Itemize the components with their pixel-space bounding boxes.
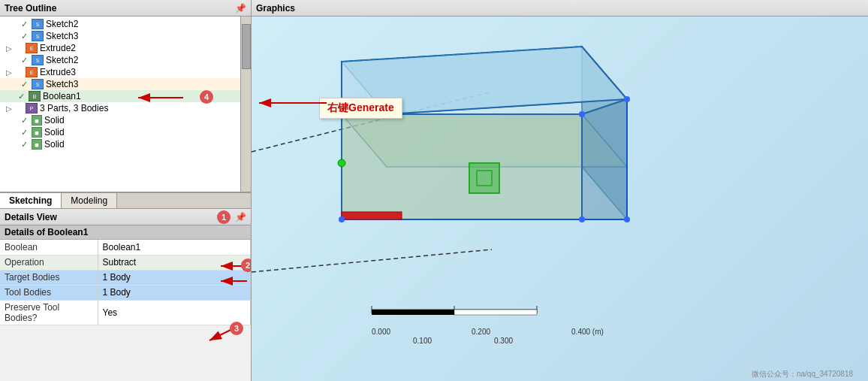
sketch-icon: S [32, 19, 44, 29]
table-cell-value: Yes [98, 300, 251, 325]
table-row: Boolean Boolean1 [0, 240, 251, 255]
svg-rect-33 [372, 310, 454, 315]
list-item[interactable]: ✓ S Sketch3 [0, 78, 251, 90]
scrollbar[interactable] [240, 17, 251, 192]
watermark: 微信公众号：na/qq_34720818 [752, 369, 853, 379]
table-cell-key: Operation [0, 255, 98, 270]
solid-icon: ◼ [32, 115, 42, 125]
details-section: Details View 1 📌 Details of Boolean1 Boo… [0, 209, 251, 381]
graphics-area[interactable]: 0.000 0.200 0.400 (m) 0.100 0.300 右键Gene… [252, 17, 868, 381]
solid-icon: ◼ [32, 139, 42, 150]
expand-icon[interactable]: ▷ [3, 104, 15, 113]
table-cell-key: Tool Bodies [0, 285, 98, 300]
extrude-icon: E [26, 67, 38, 77]
scale-sub-label-100: 0.100 [413, 337, 432, 345]
extrude-icon: E [26, 43, 38, 53]
tab-modeling[interactable]: Modeling [62, 193, 117, 208]
list-item[interactable]: ✓ ◼ Solid [0, 138, 251, 150]
scale-label-0: 0.000 [372, 328, 390, 336]
svg-point-25 [339, 216, 345, 222]
sketch-icon: S [32, 79, 44, 89]
check-icon: ✓ [21, 128, 32, 138]
list-item[interactable]: ✓ S Sketch2 [0, 18, 251, 30]
tree-item-label: Extrude2 [40, 43, 76, 53]
table-cell-value: Subtract [98, 255, 251, 270]
svg-point-22 [338, 159, 345, 167]
tree-item-label: 3 Parts, 3 Bodies [40, 103, 108, 113]
table-row: Operation Subtract [0, 255, 251, 270]
list-item[interactable]: ✓ S Sketch2 [0, 54, 251, 66]
svg-line-18 [342, 47, 582, 62]
circle-1: 1 [217, 210, 231, 224]
graphics-header: Graphics [252, 0, 868, 17]
table-row: Preserve Tool Bodies? Yes [0, 300, 251, 325]
svg-rect-21 [342, 212, 402, 219]
app-container: Tree Outline 📌 ✓ S Sketch2 ✓ S Sketch3 [0, 0, 868, 381]
annotation-3: 3 [202, 322, 247, 348]
details-table: Boolean Boolean1 Operation Subtract Targ… [0, 240, 251, 325]
details-pin-icon[interactable]: 📌 [235, 212, 246, 222]
dashed-lines-svg [252, 17, 868, 381]
check-icon: ✓ [21, 20, 32, 29]
svg-marker-12 [342, 114, 627, 167]
svg-line-7 [209, 329, 232, 340]
check-icon: ✓ [21, 80, 32, 89]
list-item[interactable]: ▷ E Extrude3 [0, 66, 251, 78]
svg-rect-34 [454, 310, 537, 315]
details-section-label: Details of Boolean1 [0, 225, 251, 240]
details-title: Details View [5, 212, 57, 222]
main-area: Tree Outline 📌 ✓ S Sketch2 ✓ S Sketch3 [0, 0, 868, 381]
check-icon: ✓ [21, 56, 32, 65]
expand-icon[interactable]: ▷ [3, 44, 15, 53]
parts-icon: P [26, 103, 38, 113]
list-item[interactable]: ✓ ◼ Solid [0, 114, 251, 126]
scrollbar-thumb[interactable] [242, 24, 251, 69]
svg-rect-20 [477, 171, 492, 186]
tree-item-label: Boolean1 [43, 91, 81, 101]
svg-point-26 [579, 216, 585, 222]
details-header: Details View 1 📌 [0, 209, 251, 225]
sketch-icon: S [32, 55, 44, 65]
list-item[interactable]: ▷ P 3 Parts, 3 Bodies [0, 102, 251, 114]
tab-sketching[interactable]: Sketching [0, 193, 62, 208]
graphics-title: Graphics [256, 3, 295, 14]
scale-sub-labels: 0.100 0.300 [413, 337, 513, 345]
right-panel: Graphics [252, 0, 868, 381]
expand-icon[interactable]: ▷ [3, 68, 15, 77]
pin-icon[interactable]: 📌 [235, 3, 246, 14]
list-item[interactable]: ✓ ◼ Solid [0, 126, 251, 138]
svg-point-27 [624, 216, 630, 222]
left-panel: Tree Outline 📌 ✓ S Sketch2 ✓ S Sketch3 [0, 0, 252, 381]
tree-content[interactable]: ✓ S Sketch2 ✓ S Sketch3 ▷ E Extrude2 [0, 17, 251, 192]
solid-icon: ◼ [32, 127, 42, 138]
tree-item-label: Sketch3 [46, 79, 78, 89]
check-icon: ✓ [21, 116, 32, 125]
tree-outline-title: Tree Outline [5, 3, 56, 14]
boolean1-item[interactable]: ✓ B Boolean1 [0, 90, 251, 102]
tree-item-label: Sketch2 [46, 55, 78, 65]
table-cell-key: Boolean [0, 240, 98, 255]
table-row: Tool Bodies 1 Body [0, 285, 251, 300]
tabs-bar: Sketching Modeling [0, 192, 251, 209]
table-cell-key: Preserve Tool Bodies? [0, 300, 98, 325]
tree-item-label: Sketch2 [46, 19, 78, 29]
list-item[interactable]: ▷ E Extrude2 [0, 42, 251, 54]
check-icon: ✓ [21, 32, 32, 41]
svg-rect-19 [469, 163, 499, 193]
tree-item-label: Sketch3 [46, 31, 78, 41]
callout-text: 右键Generate [327, 101, 394, 113]
svg-line-9 [252, 249, 492, 272]
table-cell-value: Boolean1 [98, 240, 251, 255]
table-row: Target Bodies 1 Body [0, 270, 251, 285]
table-cell-value: 1 Body [98, 270, 251, 285]
boolean-icon: B [29, 91, 41, 101]
list-item[interactable]: ✓ S Sketch3 [0, 30, 251, 42]
tree-item-label: Solid [44, 139, 65, 150]
callout-tooltip: 右键Generate [319, 98, 402, 119]
svg-point-28 [624, 96, 630, 102]
check-icon: ✓ [18, 92, 29, 101]
svg-marker-11 [582, 47, 627, 219]
tree-item-label: Solid [44, 115, 65, 125]
tree-item-label: Extrude3 [40, 67, 76, 77]
svg-rect-13 [342, 114, 582, 219]
